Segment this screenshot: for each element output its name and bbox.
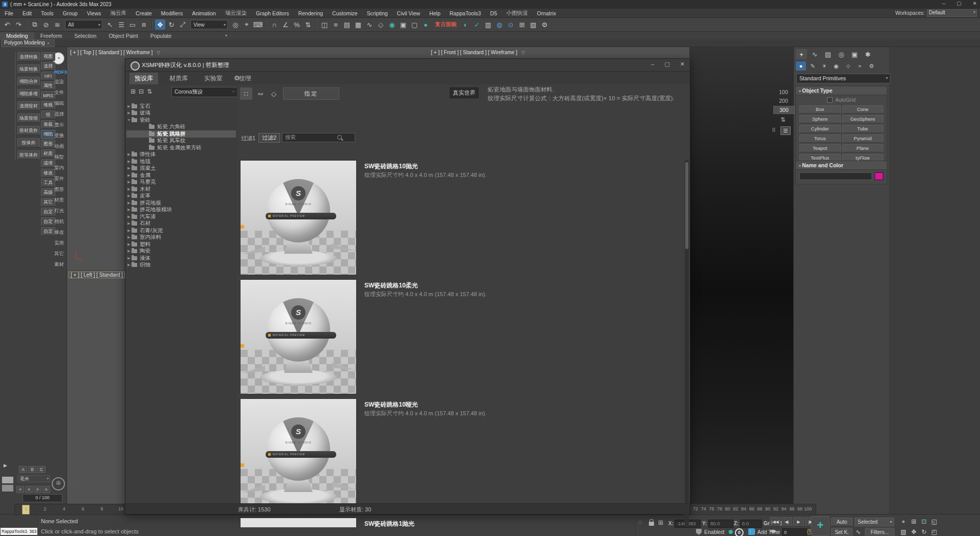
tree-expand-icon[interactable]: ▶ (126, 111, 132, 115)
material-thumbnail[interactable]: S SIGER STUDIO MATERIAL PREVIEW (240, 398, 357, 513)
command-panel-tab-icon[interactable]: ▤ (822, 49, 834, 59)
tree-item[interactable]: ▶ 拼花地板 (126, 199, 236, 207)
menu-item[interactable]: Create (131, 10, 157, 16)
sidebar-category-label[interactable]: 室内 (53, 165, 67, 171)
current-frame-field[interactable]: 0 (782, 528, 807, 536)
playback-button[interactable]: ▶ (793, 517, 804, 527)
viewport-filter-icon[interactable]: ▽ (521, 50, 525, 55)
tree-expand-icon[interactable]: ▶ (126, 201, 132, 205)
texture-size-option[interactable]: 300 (773, 106, 795, 114)
menu-item[interactable]: Civil View (393, 10, 425, 16)
menu-item[interactable]: 瑞云渲染 (221, 10, 251, 17)
select-and-manipulate-icon[interactable]: ⌖ (242, 19, 252, 30)
selection-filter-dropdown[interactable]: All (65, 20, 102, 29)
tree-item[interactable]: ▶ 地毯 (126, 158, 236, 165)
material-thumbnail[interactable]: S SIGER STUDIO MATERIAL PREVIEW (240, 160, 357, 275)
snaps-toggle-icon[interactable]: ∩ (269, 19, 279, 30)
toolbar-extra-icon[interactable]: ▥ (483, 19, 493, 30)
tree-expand-icon[interactable]: ▶ (126, 235, 132, 239)
object-color-swatch[interactable] (875, 172, 883, 180)
category-icon[interactable]: ✎ (808, 61, 818, 71)
undo-icon[interactable]: ↶ (2, 19, 12, 30)
sidebar-category-label[interactable]: 模型 (53, 154, 67, 161)
workspace-dropdown[interactable]: Default (927, 9, 977, 17)
texture-size-option[interactable]: 100 (773, 88, 794, 96)
select-and-move-icon[interactable]: ✥ (155, 19, 165, 30)
tree-expand-icon[interactable]: ▶ (126, 166, 132, 170)
abc-button[interactable]: B (28, 466, 36, 473)
sidebar-macro-button[interactable]: 按体炸 (17, 138, 40, 147)
name-color-header[interactable]: Name and Color (796, 161, 887, 170)
tree-expand-icon[interactable]: ▼ (126, 118, 132, 122)
curves-icon[interactable]: ∿ (856, 528, 861, 535)
autogrid-checkbox[interactable] (827, 97, 833, 103)
ribbon-tab[interactable]: Freeform (34, 32, 69, 39)
viewport-nav-icon[interactable]: ⊡ (919, 517, 929, 526)
menu-item[interactable]: Animation (187, 10, 221, 16)
command-panel-tab-icon[interactable]: ✱ (862, 49, 874, 59)
menu-item[interactable]: Help (425, 10, 445, 16)
key-filter-dropdown[interactable]: Selected (855, 518, 894, 526)
time-tag-icon[interactable]: ⋮⋮ (748, 528, 755, 535)
window-crossing-icon[interactable]: ⧈ (139, 19, 149, 30)
scrollbar-thumb[interactable] (685, 162, 688, 249)
tree-expand-icon[interactable]: ▶ (126, 229, 132, 233)
primitive-button[interactable]: Teapot (799, 144, 841, 152)
mini-nav-button[interactable]: > (34, 486, 41, 493)
sidebar-category-label[interactable]: 相机 (53, 218, 67, 225)
keyboard-override-icon[interactable]: ⌨ (253, 19, 263, 30)
sidebar-category-label[interactable]: 实用 (53, 240, 67, 247)
tree-sort-icon[interactable]: ⇅ (147, 88, 152, 95)
viewport-display-icon[interactable]: ⊙ (506, 19, 516, 30)
custom-script-button[interactable]: 复古面貌 (432, 21, 460, 28)
dialog-settings-gear-icon[interactable]: ⚙ (234, 73, 240, 82)
real-world-toggle[interactable]: 真实世界 (450, 87, 478, 98)
tree-expand-icon[interactable]: ▶ (126, 221, 132, 226)
menu-item[interactable]: 小图快渲 (502, 10, 532, 17)
menu-item[interactable]: Views (82, 10, 106, 16)
enabled-badge[interactable]: 0 (735, 528, 744, 536)
material-thumbnail[interactable]: S SIGER STUDIO MATERIAL PREVIEW (240, 518, 357, 527)
material-editor-icon[interactable]: ◉ (387, 19, 397, 30)
menu-item[interactable]: 瀚云库 (106, 10, 132, 17)
trackbar-expand-icon[interactable]: ▶ (4, 463, 7, 468)
tree-item[interactable]: ▶ 弹性体 (126, 151, 236, 159)
tree-expand-icon[interactable]: ▶ (126, 194, 132, 198)
playback-button[interactable]: ◀| (781, 517, 792, 527)
ribbon-tab[interactable]: Modeling (0, 32, 34, 39)
material-node-view-icon[interactable]: ∾ (254, 87, 267, 100)
sidebar-category-label[interactable]: 素材 (53, 261, 67, 268)
primitive-button[interactable]: Cone (842, 105, 884, 114)
tree-item[interactable]: ▶ 陶瓷 (126, 248, 236, 255)
y-coordinate-field[interactable]: 80.0 (708, 520, 733, 528)
category-icon[interactable]: ≈ (855, 61, 865, 71)
viewport-front-label[interactable]: [ + ] [ Front ] [ Standard ] [ Wireframe… (431, 50, 525, 55)
mini-nav-button[interactable]: < (16, 486, 24, 493)
viewport-nav-icon[interactable]: ↻ (919, 527, 929, 536)
material-name[interactable]: SW瓷砖跳格1抛光 (364, 520, 415, 527)
unlink-selection-icon[interactable]: ⊘ (41, 19, 51, 30)
dialog-minimize-icon[interactable]: – (651, 61, 654, 68)
primitive-button[interactable]: Box (799, 105, 841, 114)
dialog-close-icon[interactable]: ✕ (680, 61, 685, 68)
perspective-viewport[interactable] (689, 47, 793, 514)
tree-item[interactable]: ▶ 宝石 (126, 103, 236, 110)
primitive-button[interactable]: GeoSphere (842, 115, 884, 123)
shading-icon[interactable]: ▧ (528, 19, 538, 30)
category-icon[interactable]: ● (796, 61, 806, 71)
tree-expand-icon[interactable]: ▶ (126, 104, 132, 108)
sidebar-category-label[interactable]: 室外 (53, 175, 67, 182)
mini-nav-button[interactable]: ≡ (42, 486, 50, 493)
layer-manager-icon[interactable]: ▤ (342, 19, 352, 30)
tree-expand-icon[interactable]: ▶ (126, 263, 132, 267)
viewport-nav-icon[interactable]: ◰ (929, 527, 939, 536)
tree-expand-icon[interactable]: ▶ (126, 215, 132, 219)
abc-button[interactable]: C (37, 466, 46, 473)
sidebar-category-label[interactable]: 选择 (53, 111, 67, 118)
mini-listener-box[interactable] (2, 485, 13, 492)
menu-item[interactable]: Graph Editors (251, 10, 294, 16)
tree-expand-icon[interactable]: ▶ (126, 187, 132, 191)
ribbon-minimize-icon[interactable]: ▾ (225, 33, 227, 38)
category-icon[interactable]: ◉ (831, 61, 841, 71)
list-sort-icon[interactable]: ⇅ (780, 116, 786, 123)
